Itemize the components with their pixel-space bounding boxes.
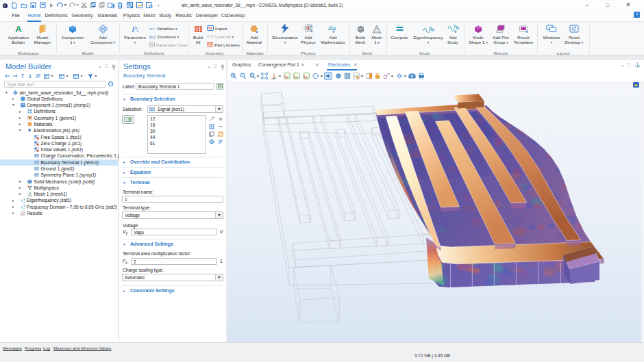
svg-text:Δu: Δu	[328, 25, 336, 31]
svg-text:yz: yz	[296, 75, 299, 78]
svg-text:Pi: Pi	[131, 25, 138, 34]
svg-text:f(x): f(x)	[149, 34, 156, 40]
svg-text:xy: xy	[286, 75, 289, 78]
svg-text:xz: xz	[306, 75, 308, 78]
svg-text:a=: a=	[149, 26, 156, 31]
